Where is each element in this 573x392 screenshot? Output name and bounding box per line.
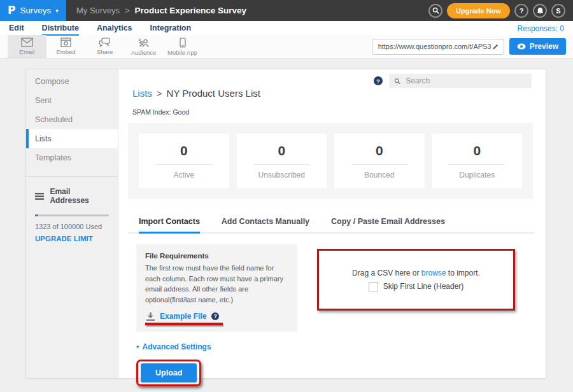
divider <box>156 164 212 165</box>
share-icon <box>99 38 111 47</box>
list-breadcrumb: Lists > NY Product Users List <box>132 88 260 99</box>
distribute-toolbar: Email Embed Share $ Audience Mobile App … <box>0 35 573 59</box>
upgrade-now-button[interactable]: Upgrade Now <box>447 3 510 18</box>
help-button[interactable]: ? <box>514 4 528 18</box>
channel-audience[interactable]: $ Audience <box>124 35 163 58</box>
chevron-down-icon: ▾ <box>55 8 59 14</box>
embed-icon <box>60 38 71 47</box>
tab-copy-paste-email-addresses[interactable]: Copy / Paste Email Addresses <box>331 217 445 232</box>
divider <box>449 164 505 165</box>
tab-import-contacts[interactable]: Import Contacts <box>139 217 200 234</box>
file-requirements-title: File Requirements <box>145 252 288 260</box>
upgrade-limit-link[interactable]: UPGRADE LIMIT <box>35 235 109 242</box>
skip-first-line-row: Skip First Line (Header) <box>369 282 464 291</box>
caret-down-icon: ▾ <box>136 344 139 350</box>
skip-first-line-label: Skip First Line (Header) <box>383 282 464 291</box>
notifications-button[interactable] <box>533 4 547 18</box>
usage-progress-bar <box>35 214 109 216</box>
divider <box>253 164 309 165</box>
stat-value: 0 <box>376 143 383 158</box>
advanced-settings-toggle[interactable]: ▾ Advanced Settings <box>136 342 211 351</box>
annotation-red-underline <box>145 323 223 325</box>
sidebar-nav-group: Compose Sent Scheduled Lists Templates <box>26 69 118 177</box>
import-contacts-pane: File Requirements The first row must hav… <box>136 244 515 386</box>
stat-label: Active <box>173 171 194 179</box>
channel-mobile-app[interactable]: Mobile App <box>163 35 202 58</box>
stat-value: 0 <box>180 143 188 158</box>
preview-label: Preview <box>530 42 558 51</box>
account-avatar[interactable]: S <box>551 4 565 18</box>
file-requirements-body: The first row must have the field name f… <box>145 263 288 305</box>
breadcrumb-parent[interactable]: My Surveys <box>76 6 120 15</box>
topbar-actions: Upgrade Now ? S <box>428 3 573 18</box>
dropzone-annotation: Drag a CSV here or browse to import. Ski… <box>317 249 515 332</box>
stat-label: Duplicates <box>459 171 495 179</box>
sidebar-item-scheduled[interactable]: Scheduled <box>26 110 118 129</box>
example-file-label: Example File <box>160 312 206 321</box>
channel-label: Email <box>20 48 35 55</box>
tab-add-contacts-manually[interactable]: Add Contacts Manually <box>222 217 309 232</box>
channel-label: Share <box>97 48 113 55</box>
search-icon <box>394 78 400 85</box>
app-switcher[interactable]: P Surveys ▾ <box>0 0 66 21</box>
list-detail-main: ? Lists > NY Product Users List SPAM Ind… <box>118 69 546 378</box>
drag-text-before: Drag a CSV here or <box>352 269 421 277</box>
sidebar-item-lists[interactable]: Lists <box>26 129 118 148</box>
list-help-button[interactable]: ? <box>374 76 383 85</box>
list-name: NY Product Users List <box>167 88 260 99</box>
divider <box>351 164 407 165</box>
sidebar-item-sent[interactable]: Sent <box>26 91 118 110</box>
search-icon <box>432 7 439 14</box>
questionpro-logo-icon: P <box>8 5 15 16</box>
nav-item-edit[interactable]: Edit <box>9 24 24 34</box>
usage-progress-fill <box>35 214 38 216</box>
survey-url-input[interactable] <box>377 42 493 51</box>
app-menu-label: Surveys <box>20 6 52 15</box>
stat-card-active: 0 Active <box>139 134 229 188</box>
preview-button[interactable]: Preview <box>509 38 566 55</box>
upload-annotation-box: Upload <box>136 360 201 386</box>
browse-link[interactable]: browse <box>421 269 446 277</box>
sidebar-item-compose[interactable]: Compose <box>26 72 118 91</box>
nav-item-analytics[interactable]: Analytics <box>97 24 132 34</box>
nav-item-distribute[interactable]: Distribute <box>42 24 79 36</box>
nav-item-integration[interactable]: Integration <box>150 24 192 34</box>
contacts-tabs: Import Contacts Add Contacts Manually Co… <box>128 217 534 234</box>
channel-label: Audience <box>131 49 157 56</box>
question-mark-icon: ? <box>520 7 524 15</box>
search-button[interactable] <box>428 4 442 18</box>
sidebar-item-templates[interactable]: Templates <box>26 148 118 167</box>
channel-label: Embed <box>56 48 75 55</box>
skip-first-line-checkbox[interactable] <box>369 282 378 291</box>
csv-dropzone[interactable]: Drag a CSV here or browse to import. Ski… <box>317 249 515 311</box>
stat-card-bounced: 0 Bounced <box>334 134 425 188</box>
example-file-link[interactable]: Example File ? <box>145 312 223 325</box>
avatar-initial: S <box>556 7 560 15</box>
top-bar: P Surveys ▾ My Surveys > Product Experie… <box>0 0 573 21</box>
stat-card-duplicates: 0 Duplicates <box>432 134 523 188</box>
url-preview-group: Preview <box>372 35 566 58</box>
channel-email[interactable]: Email <box>8 35 46 58</box>
stat-card-unsubscribed: 0 Unsubscribed <box>237 134 327 188</box>
search-input[interactable] <box>404 76 527 86</box>
list-stats-band: 0 Active 0 Unsubscribed 0 Bounced 0 Dupl… <box>128 123 533 199</box>
page-title: Product Experience Survey <box>135 6 247 15</box>
edit-pencil-icon[interactable] <box>492 43 499 50</box>
audience-icon: $ <box>138 38 150 48</box>
breadcrumb-separator: > <box>157 88 162 99</box>
channel-label: Mobile App <box>167 49 197 56</box>
list-icon <box>35 193 44 200</box>
email-addresses-title: Email Addresses <box>50 187 109 205</box>
channel-embed[interactable]: Embed <box>46 35 85 58</box>
file-requirements-box: File Requirements The first row must hav… <box>136 244 297 332</box>
eye-icon <box>517 43 526 50</box>
email-sidebar: Compose Sent Scheduled Lists Templates E… <box>26 69 118 378</box>
channel-share[interactable]: Share <box>85 35 124 58</box>
upload-button[interactable]: Upload <box>141 363 197 382</box>
responses-count[interactable]: Responses: 0 <box>518 24 564 33</box>
bell-icon <box>537 7 544 15</box>
example-file-help-button[interactable]: ? <box>211 312 219 320</box>
stat-value: 0 <box>473 143 481 158</box>
lists-link[interactable]: Lists <box>132 88 152 99</box>
svg-text:$: $ <box>138 38 142 44</box>
